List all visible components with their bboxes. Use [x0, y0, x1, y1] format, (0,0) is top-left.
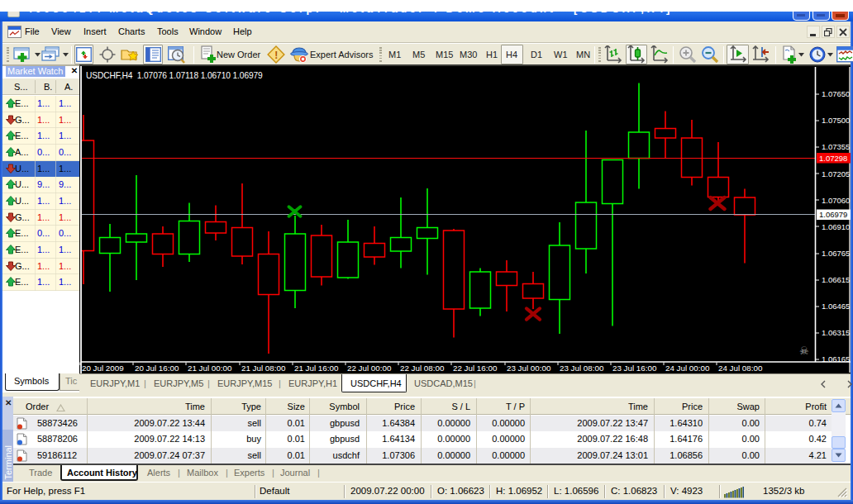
svg-text:21 Jul 00:00: 21 Jul 00:00	[188, 364, 232, 373]
svg-text:20 Jul 16:00: 20 Jul 16:00	[135, 364, 179, 373]
svg-text:1.06979: 1.06979	[819, 210, 847, 219]
svg-text:1.06910: 1.06910	[822, 222, 850, 231]
svg-text:1.06615: 1.06615	[822, 275, 850, 284]
svg-text:1.06315: 1.06315	[822, 328, 850, 337]
svg-text:21 Jul 08:00: 21 Jul 08:00	[241, 364, 286, 373]
svg-text:23 Jul 16:00: 23 Jul 16:00	[612, 364, 657, 373]
svg-text:USDCHF,H4 1.07076 1.07118 1.0: USDCHF,H4 1.07076 1.07118 1.06710 1.0697…	[86, 71, 263, 80]
svg-text:1.07500: 1.07500	[822, 116, 850, 125]
svg-text:24 Jul 08:00: 24 Jul 08:00	[718, 364, 763, 373]
svg-text:23 Jul 00:00: 23 Jul 00:00	[507, 364, 551, 373]
svg-text:!: !	[274, 50, 278, 61]
svg-text:☠: ☠	[799, 345, 809, 357]
svg-text:21 Jul 16:00: 21 Jul 16:00	[294, 364, 339, 373]
svg-text:1.07060: 1.07060	[822, 196, 850, 205]
svg-text:22 Jul 00:00: 22 Jul 00:00	[347, 364, 392, 373]
svg-text:22 Jul 08:00: 22 Jul 08:00	[400, 364, 445, 373]
svg-text:1.07298: 1.07298	[819, 154, 847, 163]
svg-text:1.06165: 1.06165	[822, 354, 850, 364]
svg-text:23 Jul 08:00: 23 Jul 08:00	[560, 364, 604, 373]
svg-text:1.07205: 1.07205	[822, 169, 850, 178]
svg-text:1.07355: 1.07355	[822, 142, 850, 151]
svg-text:1.07650: 1.07650	[822, 89, 850, 98]
svg-text:1.06465: 1.06465	[822, 302, 850, 311]
svg-text:24 Jul 00:00: 24 Jul 00:00	[665, 364, 710, 373]
svg-text:22 Jul 16:00: 22 Jul 16:00	[453, 364, 498, 373]
svg-text:20 Jul 2009: 20 Jul 2009	[82, 364, 124, 373]
svg-text:1.06765: 1.06765	[822, 249, 850, 258]
